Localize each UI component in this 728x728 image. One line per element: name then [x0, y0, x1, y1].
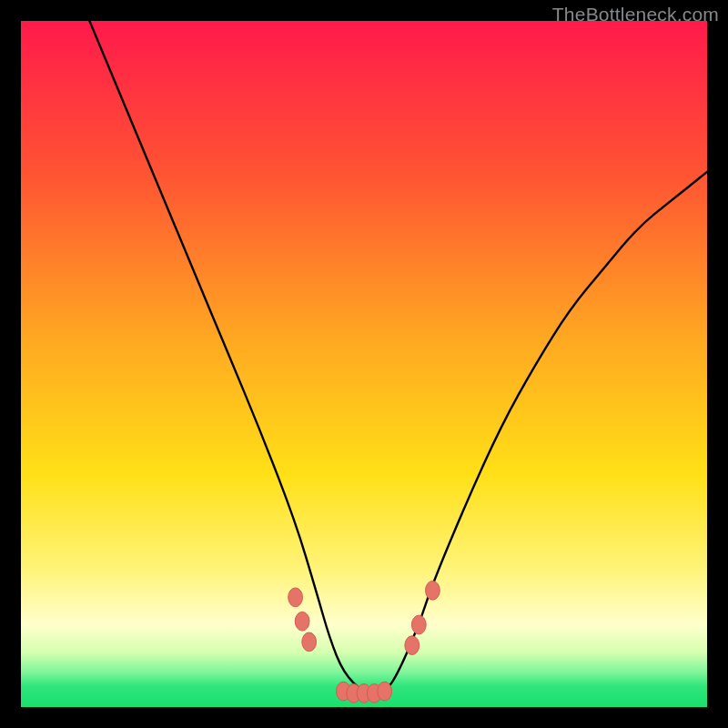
- watermark-label: TheBottleneck.com: [552, 4, 719, 25]
- curve-marker: [295, 612, 309, 631]
- curve-marker: [378, 682, 392, 701]
- curve-marker: [405, 636, 420, 655]
- curve-marker: [426, 581, 440, 600]
- curve-marker: [302, 632, 317, 652]
- curve-markers: [288, 581, 440, 703]
- curve-marker: [411, 615, 426, 634]
- bottleneck-curve-path: [89, 21, 707, 693]
- chart-plot-area: [21, 21, 707, 707]
- curve-marker: [288, 588, 303, 607]
- chart-stage: TheBottleneck.com: [0, 0, 728, 728]
- bottleneck-curve-svg: [21, 21, 707, 707]
